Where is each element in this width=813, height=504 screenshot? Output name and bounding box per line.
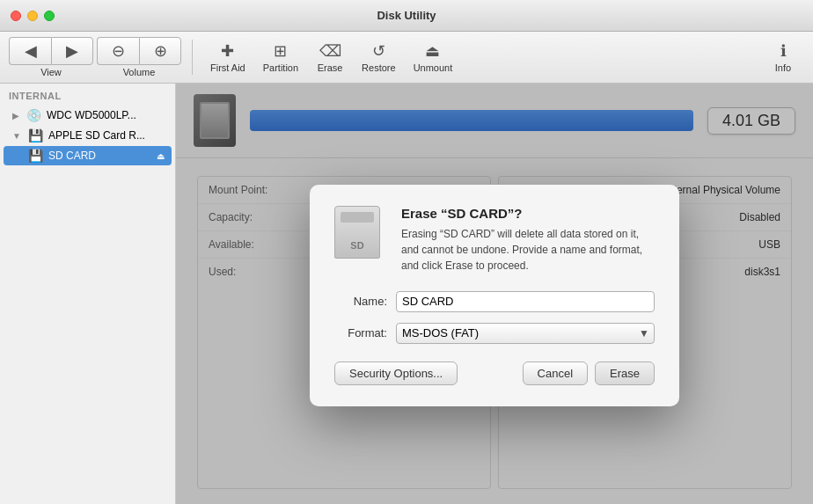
toolbar-group-info: ℹ Info bbox=[762, 38, 804, 77]
wdc-disclosure-icon: ▶ bbox=[12, 111, 19, 121]
restore-button[interactable]: ↺ Restore bbox=[355, 38, 403, 77]
back-icon: ◀ bbox=[25, 41, 37, 61]
toolbar-group-firstaid: ✚ First Aid bbox=[203, 38, 253, 77]
erase-button[interactable]: ⌫ Erase bbox=[309, 38, 351, 77]
minimize-button[interactable] bbox=[27, 11, 38, 21]
form-row-format: Format: MS-DOS (FAT) ExFAT Mac OS Extend… bbox=[334, 323, 655, 344]
apple-sd-label: APPLE SD Card R... bbox=[48, 129, 145, 142]
sidebar-item-wdc[interactable]: ▶ 💿 WDC WD5000LP... bbox=[4, 106, 172, 125]
content-area: 4.01 GB Mount Point: /Volumes/SD CARD Ca… bbox=[176, 84, 813, 504]
view-label: View bbox=[40, 67, 62, 77]
apple-sd-icon: 💾 bbox=[28, 128, 43, 142]
toolbar-group-volume: ⊖ ⊕ Volume bbox=[97, 37, 181, 77]
sd-card-sidebar-icon: 💾 bbox=[28, 149, 43, 163]
first-aid-label: First Aid bbox=[210, 62, 245, 73]
restore-icon: ↺ bbox=[372, 41, 385, 61]
erase-icon: ⌫ bbox=[319, 41, 341, 61]
close-button[interactable] bbox=[11, 11, 21, 21]
info-icon: ℹ bbox=[780, 41, 787, 61]
sidebar-section-internal: Internal bbox=[0, 84, 175, 105]
security-options-button[interactable]: Security Options... bbox=[334, 362, 458, 385]
toolbar-group-unmount: ⏏ Unmount bbox=[406, 38, 460, 77]
window-title: Disk Utility bbox=[377, 9, 436, 22]
forward-icon: ▶ bbox=[66, 41, 78, 61]
volume-label: Volume bbox=[123, 67, 156, 77]
sidebar: Internal ▶ 💿 WDC WD5000LP... ▼ 💾 APPLE S… bbox=[0, 84, 176, 504]
modal-header: Erase “SD CARD”? Erasing “SD CARD” will … bbox=[334, 206, 655, 274]
unmount-label: Unmount bbox=[414, 62, 453, 73]
toolbar-group-partition: ⊞ Partition bbox=[256, 38, 305, 77]
back-button[interactable]: ◀ bbox=[9, 37, 51, 65]
unmount-button[interactable]: ⏏ Unmount bbox=[406, 38, 460, 77]
first-aid-button[interactable]: ✚ First Aid bbox=[203, 38, 253, 77]
cancel-button[interactable]: Cancel bbox=[523, 362, 588, 385]
modal-buttons: Security Options... Cancel Erase bbox=[334, 362, 655, 385]
modal-title: Erase “SD CARD”? bbox=[401, 206, 655, 221]
sd-card-modal-icon bbox=[334, 206, 380, 259]
modal-title-area: Erase “SD CARD”? Erasing “SD CARD” will … bbox=[401, 206, 655, 274]
modal-right-buttons: Cancel Erase bbox=[523, 362, 655, 385]
vol-minus-button[interactable]: ⊖ bbox=[97, 37, 139, 65]
info-label: Info bbox=[775, 62, 791, 73]
erase-modal: Erase “SD CARD”? Erasing “SD CARD” will … bbox=[310, 185, 679, 406]
toolbar: ◀ ▶ View ⊖ ⊕ Volume ✚ First Aid ⊞ Partit bbox=[0, 32, 813, 84]
wdc-icon: 💿 bbox=[26, 108, 41, 122]
apple-sd-disclosure-icon: ▼ bbox=[12, 131, 21, 141]
format-select[interactable]: MS-DOS (FAT) ExFAT Mac OS Extended (Jour… bbox=[396, 323, 655, 344]
vol-plus-icon: ⊕ bbox=[154, 41, 167, 61]
traffic-lights bbox=[11, 11, 55, 21]
format-field-label: Format: bbox=[334, 326, 387, 340]
name-input[interactable] bbox=[396, 291, 655, 312]
form-row-name: Name: bbox=[334, 291, 655, 312]
sd-card-label: SD CARD bbox=[48, 150, 96, 162]
toolbar-group-restore: ↺ Restore bbox=[355, 38, 403, 77]
modal-description: Erasing “SD CARD” will delete all data s… bbox=[401, 226, 655, 274]
main-layout: Internal ▶ 💿 WDC WD5000LP... ▼ 💾 APPLE S… bbox=[0, 84, 813, 504]
sd-card-eject-icon: ⏏ bbox=[157, 151, 165, 161]
modal-icon-wrapper bbox=[334, 206, 387, 259]
info-button[interactable]: ℹ Info bbox=[762, 38, 804, 77]
maximize-button[interactable] bbox=[44, 11, 55, 21]
partition-button[interactable]: ⊞ Partition bbox=[256, 38, 305, 77]
toolbar-group-view: ◀ ▶ View bbox=[9, 37, 93, 77]
vol-minus-icon: ⊖ bbox=[112, 41, 125, 61]
erase-confirm-button[interactable]: Erase bbox=[595, 362, 655, 385]
unmount-icon: ⏏ bbox=[425, 41, 440, 61]
partition-icon: ⊞ bbox=[274, 41, 287, 61]
sidebar-item-apple-sd[interactable]: ▼ 💾 APPLE SD Card R... bbox=[4, 126, 172, 145]
forward-button[interactable]: ▶ bbox=[51, 37, 93, 65]
erase-label: Erase bbox=[318, 62, 343, 73]
partition-label: Partition bbox=[263, 62, 298, 73]
vol-plus-button[interactable]: ⊕ bbox=[139, 37, 181, 65]
wdc-label: WDC WD5000LP... bbox=[47, 109, 136, 121]
title-bar: Disk Utility bbox=[0, 0, 813, 32]
toolbar-right: ℹ Info bbox=[762, 38, 804, 77]
toolbar-separator bbox=[192, 40, 193, 75]
modal-form: Name: Format: MS-DOS (FAT) ExFAT Mac OS … bbox=[334, 291, 655, 344]
first-aid-icon: ✚ bbox=[221, 41, 234, 61]
restore-label: Restore bbox=[362, 62, 396, 73]
name-field-label: Name: bbox=[334, 295, 387, 308]
modal-overlay: Erase “SD CARD”? Erasing “SD CARD” will … bbox=[176, 84, 813, 504]
sidebar-item-sd-card[interactable]: 💾 SD CARD ⏏ bbox=[4, 146, 172, 165]
format-select-wrapper: MS-DOS (FAT) ExFAT Mac OS Extended (Jour… bbox=[396, 323, 655, 344]
toolbar-group-erase: ⌫ Erase bbox=[309, 38, 351, 77]
